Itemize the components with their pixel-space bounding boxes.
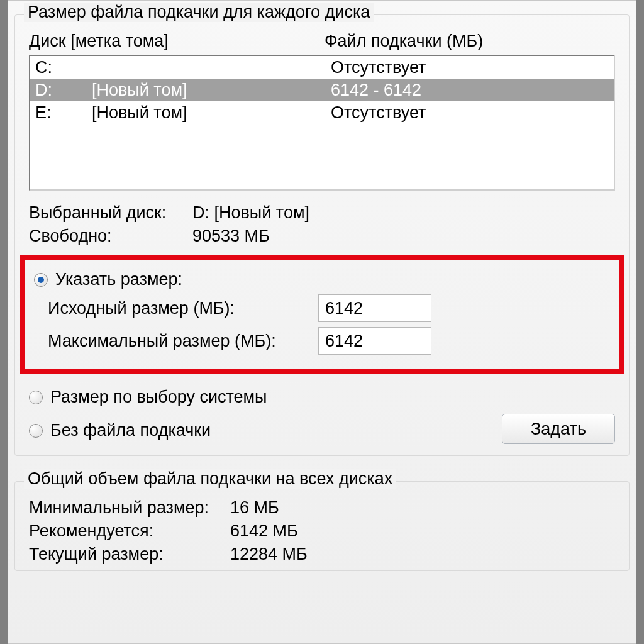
drive-label [92,56,331,79]
header-drive: Диск [метка тома] [29,31,325,51]
radio-custom-size[interactable]: Указать размер: [34,270,610,289]
min-size-label: Минимальный размер: [29,498,230,518]
drive-list[interactable]: C:ОтсутствуетD:[Новый том]6142 - 6142E:[… [29,55,615,191]
drive-row[interactable]: E:[Новый том]Отсутствует [30,101,614,124]
free-space-label: Свободно: [29,226,192,246]
drive-list-header: Диск [метка тома] Файл подкачки (МБ) [29,31,615,51]
radio-system-managed[interactable]: Размер по выбору системы [29,387,267,407]
radio-icon [29,391,43,404]
initial-size-input[interactable] [318,294,431,322]
drive-label: [Новый том] [92,101,331,124]
recommended-size-value: 6142 МБ [230,521,615,541]
group-legend: Общий объем файла подкачки на всех диска… [24,469,396,489]
recommended-size-label: Рекомендуется: [29,521,230,541]
selected-drive-value: D: [Новый том] [192,203,615,223]
drive-row[interactable]: C:Отсутствует [30,56,614,79]
selected-drive-row: Выбранный диск: D: [Новый том] [29,203,615,223]
radio-custom-size-label: Указать размер: [55,270,182,289]
pagefile-per-drive-group: Размер файла подкачки для каждого диска … [14,14,630,456]
radio-icon [34,273,48,287]
set-button[interactable]: Задать [502,414,615,444]
maximum-size-label: Максимальный размер (МБ): [48,331,318,351]
virtual-memory-dialog: Размер файла подкачки для каждого диска … [8,0,636,644]
drive-letter: D: [35,79,92,101]
min-size-value: 16 МБ [230,498,615,518]
selected-drive-label: Выбранный диск: [29,203,192,223]
radio-icon [29,424,43,438]
recommended-size-row: Рекомендуется: 6142 МБ [29,521,615,541]
radio-no-pagefile-label: Без файла подкачки [50,421,211,440]
free-space-row: Свободно: 90533 МБ [29,226,615,246]
radio-system-managed-label: Размер по выбору системы [50,387,267,407]
header-pagefile: Файл подкачки (МБ) [325,31,615,51]
current-size-value: 12284 МБ [230,545,615,564]
drive-letter: E: [35,101,92,124]
drive-pagefile: 6142 - 6142 [331,79,609,101]
drive-pagefile: Отсутствует [331,56,609,79]
min-size-row: Минимальный размер: 16 МБ [29,498,615,518]
group-legend: Размер файла подкачки для каждого диска [24,3,374,22]
pagefile-totals-group: Общий объем файла подкачки на всех диска… [14,481,630,571]
initial-size-label: Исходный размер (МБ): [48,299,318,318]
current-size-label: Текущий размер: [29,545,230,564]
maximum-size-input[interactable] [318,327,431,355]
radio-no-pagefile[interactable]: Без файла подкачки [29,421,267,440]
free-space-value: 90533 МБ [192,226,615,246]
current-size-row: Текущий размер: 12284 МБ [29,545,615,564]
drive-row[interactable]: D:[Новый том]6142 - 6142 [30,79,614,101]
drive-pagefile: Отсутствует [331,101,609,124]
drive-letter: C: [35,56,92,79]
custom-size-highlight: Указать размер: Исходный размер (МБ): Ма… [20,255,624,374]
drive-label: [Новый том] [92,79,331,101]
